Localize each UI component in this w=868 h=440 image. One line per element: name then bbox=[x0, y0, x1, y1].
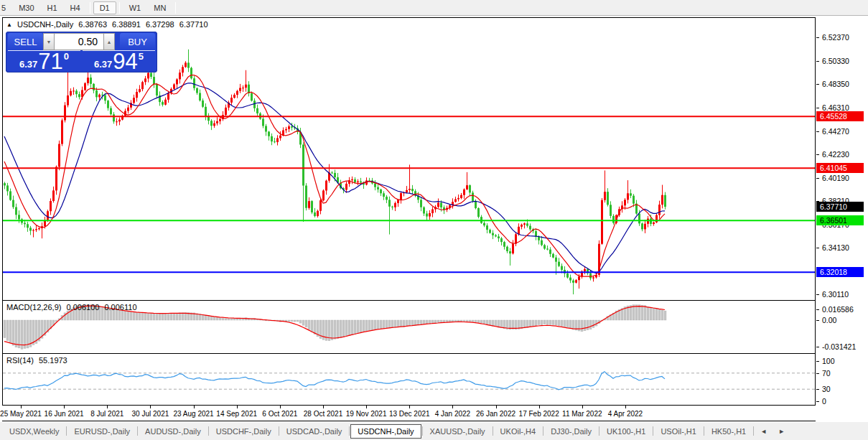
indicator-axis-tick bbox=[816, 309, 819, 310]
chart-tab-dj30-daily[interactable]: DJ30-,Daily bbox=[544, 424, 598, 439]
timeframe-button-mn[interactable]: MN bbox=[147, 1, 172, 14]
tab-separator bbox=[753, 426, 754, 436]
date-axis-tick bbox=[539, 406, 540, 408]
rsi-chart bbox=[3, 354, 815, 405]
timeframe-button-w1[interactable]: W1 bbox=[123, 1, 148, 14]
tab-separator bbox=[653, 426, 653, 436]
date-axis-label: 26 Jan 2022 bbox=[476, 410, 515, 418]
lot-decrease-button[interactable]: ▼ bbox=[43, 33, 55, 50]
price-axis-tick-label: 6.44270 bbox=[822, 127, 849, 136]
indicator-axis-tick-label: 100 bbox=[822, 357, 835, 365]
date-axis-tick bbox=[21, 406, 22, 408]
date-axis-label: 6 Oct 2021 bbox=[262, 410, 297, 418]
price-axis-tick-label: 6.52370 bbox=[822, 33, 849, 42]
chart-collapse-icon[interactable]: ▲ bbox=[6, 22, 12, 28]
macd-value: 0.006100 bbox=[66, 303, 99, 312]
date-axis-tick bbox=[323, 406, 324, 408]
timeframe-button-5[interactable]: 5 bbox=[0, 1, 12, 14]
ohlc-high: 6.38891 bbox=[112, 20, 141, 29]
timeframe-button-d1[interactable]: D1 bbox=[93, 1, 116, 14]
macd-panel[interactable]: MACD(12,26,9) 0.006100 0.006110 bbox=[2, 300, 816, 354]
chart-tab-ukoil-h4[interactable]: UKOil-,H4 bbox=[494, 424, 543, 439]
price-axis-tick-label: 6.30110 bbox=[822, 290, 849, 299]
rsi-label: RSI(14) 55.1973 bbox=[6, 356, 70, 365]
date-axis-tick bbox=[64, 406, 65, 408]
arrow-down-icon: ▼ bbox=[47, 39, 52, 45]
price-axis-tick-label: 6.46310 bbox=[822, 103, 849, 112]
date-axis-label: 4 Jan 2022 bbox=[435, 410, 471, 418]
sell-button[interactable]: SELL bbox=[8, 33, 43, 50]
date-axis-label: 16 Jun 2021 bbox=[45, 410, 84, 418]
hline-price-badge: 6.41045 bbox=[816, 163, 864, 173]
buy-price[interactable]: 6.37 94 5 bbox=[83, 50, 155, 72]
tab-scroll-right-button[interactable]: ► bbox=[773, 426, 790, 436]
date-axis-tick bbox=[582, 406, 583, 408]
date-axis-tick bbox=[366, 406, 367, 408]
hline-price-badge: 6.36501 bbox=[816, 215, 864, 225]
tab-separator bbox=[599, 426, 599, 436]
ohlc-low: 6.37298 bbox=[146, 20, 174, 29]
chart-tab-usdcnh-daily[interactable]: USDCNH-,Daily bbox=[350, 424, 421, 439]
indicator-axis-tick-label: 30 bbox=[822, 385, 831, 393]
chart-tab-usoil-h1[interactable]: USOil-,H1 bbox=[654, 424, 703, 439]
chart-tab-uk100-h1[interactable]: UK100-,H1 bbox=[600, 424, 652, 439]
rsi-panel[interactable]: RSI(14) 55.1973 bbox=[2, 353, 816, 406]
tab-separator bbox=[543, 426, 543, 436]
indicator-axis-tick-label: 0.00 bbox=[822, 316, 836, 324]
rsi-line bbox=[4, 372, 665, 390]
date-axis-tick bbox=[237, 406, 238, 408]
date-axis-label: 13 Dec 2021 bbox=[389, 410, 430, 418]
timeframe-toolbar: 5M30H1H4D1W1MN bbox=[0, 0, 868, 16]
buy-button[interactable]: BUY bbox=[120, 33, 155, 50]
price-axis-tick-label: 6.34130 bbox=[822, 243, 849, 252]
indicator-axis-tick-label: -0.031421 bbox=[822, 342, 856, 351]
lot-increase-button[interactable]: ▲ bbox=[103, 33, 115, 50]
chart-tab-usdx-weekly[interactable]: USDX,Weekly bbox=[3, 424, 65, 439]
price-axis-tick bbox=[816, 108, 819, 108]
tab-scroll-left-button[interactable]: ◄ bbox=[755, 426, 773, 436]
price-axis-tick-label: 6.42230 bbox=[822, 150, 849, 159]
date-axis-label: 19 Nov 2021 bbox=[346, 410, 387, 418]
date-axis-label: 25 May 2021 bbox=[0, 410, 42, 418]
tab-separator bbox=[137, 426, 138, 436]
chart-tab-usdcad-daily[interactable]: USDCAD-,Daily bbox=[280, 424, 349, 439]
lot-size-input[interactable] bbox=[55, 33, 103, 50]
chart-tab-usdchf-daily[interactable]: USDCHF-,Daily bbox=[210, 424, 278, 439]
price-axis-tick bbox=[816, 294, 819, 295]
chart-tab-xauusd-daily[interactable]: XAUUSD-,Daily bbox=[424, 424, 492, 439]
toolbar-separator bbox=[90, 2, 90, 14]
price-axis-tick bbox=[816, 131, 819, 132]
hline-price-badge: 6.32018 bbox=[816, 267, 864, 277]
date-axis-label: 14 Sep 2021 bbox=[216, 410, 257, 418]
date-axis-label: 28 Oct 2021 bbox=[304, 410, 342, 418]
tab-separator bbox=[208, 426, 209, 436]
buy-price-prefix: 6.37 bbox=[94, 59, 112, 70]
chart-tab-hk50-h1[interactable]: HK50-,H1 bbox=[705, 424, 752, 439]
date-axis-tick bbox=[194, 406, 195, 408]
sell-price-big: 71 bbox=[38, 52, 62, 71]
price-axis[interactable]: 6.523706.503306.483506.463106.442706.422… bbox=[816, 17, 868, 406]
rsi-indicator-name: RSI(14) bbox=[6, 356, 34, 365]
symbol-tab-bar: USDX,WeeklyEURUSD-,DailyAUDUSD-,DailyUSD… bbox=[0, 422, 868, 440]
chart-tab-audusd-daily[interactable]: AUDUSD-,Daily bbox=[139, 424, 207, 439]
indicator-axis-tick bbox=[816, 373, 819, 374]
ohlc-open: 6.38763 bbox=[78, 20, 107, 29]
indicator-axis-tick bbox=[816, 401, 819, 402]
price-axis-tick bbox=[816, 154, 819, 155]
date-axis-tick bbox=[280, 406, 281, 408]
tab-separator bbox=[493, 426, 493, 436]
sell-price[interactable]: 6.37 71 0 bbox=[8, 50, 80, 72]
date-axis-label: 23 Aug 2021 bbox=[173, 410, 213, 418]
timeframe-button-m30[interactable]: M30 bbox=[12, 1, 40, 14]
date-axis[interactable]: 25 May 202116 Jun 20218 Jul 202130 Jul 2… bbox=[2, 406, 816, 421]
ohlc-close: 6.37710 bbox=[179, 20, 208, 29]
chart-tab-eurusd-daily[interactable]: EURUSD-,Daily bbox=[67, 424, 136, 439]
price-axis-tick-label: 6.40190 bbox=[822, 174, 849, 182]
tab-separator bbox=[422, 426, 423, 436]
timeframe-button-h4[interactable]: H4 bbox=[64, 1, 87, 14]
date-axis-label: 17 Feb 2022 bbox=[519, 410, 559, 418]
price-axis-tick bbox=[816, 61, 819, 62]
timeframe-button-h1[interactable]: H1 bbox=[41, 1, 64, 14]
date-axis-tick bbox=[409, 406, 410, 408]
price-axis-tick bbox=[816, 37, 819, 38]
